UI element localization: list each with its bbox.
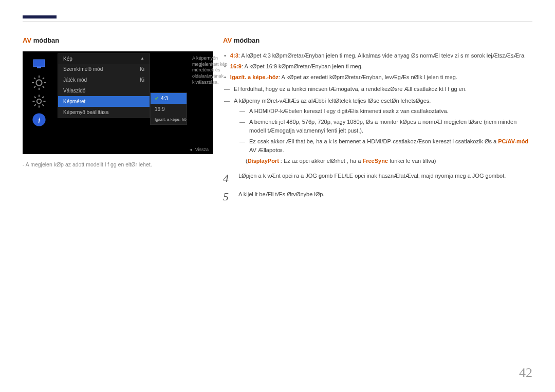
step-number: 5: [223, 191, 232, 202]
svg-line-8: [43, 86, 44, 88]
step-text: LØpjen a k vÆnt opci ra a JOG gomb FEL/L…: [238, 173, 506, 184]
av-end-text: AV Ællapotœ.: [249, 147, 284, 153]
up-arrow-icon: ▲: [140, 56, 144, 61]
osd-sub-label: 4:3: [161, 96, 168, 101]
header-bar: [23, 15, 57, 18]
svg-point-2: [36, 80, 42, 85]
osd-submenu: ✔ 4:3 16:9 Igazít. a képe.-höz: [150, 92, 187, 125]
sub-note-item: ― A bemeneti jel 480p, 576p, 720p, vagy …: [238, 118, 532, 135]
sub-note-item: (DisplayPort : Ez az opci akkor elØrhet …: [246, 157, 532, 165]
heading-black: módban: [232, 36, 260, 44]
brightness-icon: [32, 77, 46, 88]
pc-av-mod-label: PC/AV-mód: [498, 138, 528, 144]
osd-row-label: Képernyő beállítása: [63, 109, 108, 115]
osd-menu-title-row: Kép ▲: [58, 54, 150, 64]
bullet-text: : A kØpet 4:3 kØpmØretarÆnyban jelen ti …: [238, 52, 526, 59]
sub-notes: ― A HDMI/DP-kÆbelen kereszt l egy digitÆ…: [238, 107, 532, 165]
list-item: • Igazít. a képe.-höz: A kØpet az eredet…: [223, 73, 532, 82]
osd-row-selected: Képméret: [58, 96, 150, 107]
bullet-text: : A kØpet 16:9 kØpmØretarÆnyban jelen ti…: [242, 63, 363, 69]
dash-icon: ―: [224, 97, 230, 105]
svg-rect-0: [33, 60, 45, 67]
osd-menu-title: Kép: [63, 56, 72, 62]
bullet-bold: Igazít. a képe.-höz: [230, 74, 279, 80]
heading-orange: AV: [223, 36, 232, 44]
displayport-label: DisplayPort: [248, 158, 279, 164]
osd-back-label: Vissza: [195, 147, 209, 152]
heading-black: módban: [31, 36, 59, 44]
osd-help-text: A képernyőn megjelenített kép méretének …: [189, 53, 235, 87]
note-line: ― A kØperny mØret-vÆltÆs az alÆbbi feltØ…: [223, 97, 532, 105]
sub-note-item: ― Ez csak akkor Æll that be, ha a k ls b…: [238, 137, 532, 155]
step-text: A kijel lt beÆll tÆs ØrvØnybe lØp.: [238, 191, 325, 202]
osd-bottom-bar: ◂ Vissza: [190, 147, 209, 152]
freesync-label: FreeSync: [362, 158, 388, 164]
svg-line-10: [34, 86, 35, 88]
sub-note-item: ― A HDMI/DP-kÆbelen kereszt l egy digitÆ…: [238, 107, 532, 116]
dash-icon: ―: [239, 137, 245, 155]
svg-text:i: i: [38, 116, 41, 125]
osd-screenshot: i Kép ▲ Szemkímélő mód Ki Játék mód Ki V…: [23, 51, 213, 154]
bullet-list: • 4:3: A kØpet 4:3 kØpmØretarÆnyban jele…: [223, 51, 532, 82]
svg-point-11: [37, 99, 41, 103]
osd-sub-row-selected: ✔ 4:3: [151, 93, 187, 104]
model-note: - A megjelen kØp az adott modellt l f gg…: [23, 161, 213, 167]
svg-line-9: [43, 78, 44, 79]
osd-row-value: Ki: [140, 66, 144, 72]
step-number: 4: [223, 173, 232, 184]
dash-icon: ―: [239, 118, 245, 135]
heading-orange: AV: [23, 36, 31, 44]
osd-row: Válaszidő: [58, 85, 150, 96]
osd-row-label: Képméret: [63, 99, 85, 104]
osd-sub-row: 16:9: [151, 104, 187, 115]
note-line: ― El fordulhat, hogy ez a funkci nincsen…: [223, 85, 532, 94]
check-icon: ✔: [155, 96, 159, 101]
top-divider: [23, 22, 532, 22]
left-arrow-icon: ◂: [190, 147, 192, 152]
osd-main-menu: Kép ▲ Szemkímélő mód Ki Játék mód Ki Vál…: [58, 53, 150, 118]
osd-row-label: Válaszidő: [63, 88, 85, 94]
svg-line-7: [34, 78, 35, 79]
monitor-icon: [32, 59, 46, 70]
osd-row: Játék mód Ki: [58, 74, 150, 85]
list-item: • 4:3: A kØpet 4:3 kØpmØretarÆnyban jele…: [223, 51, 532, 60]
page-number: 42: [519, 365, 532, 381]
step-4: 4 LØpjen a k vÆnt opci ra a JOG gomb FEL…: [223, 173, 532, 184]
osd-row: Szemkímélő mód Ki: [58, 64, 150, 74]
osd-sidebar: i: [26, 59, 52, 125]
note-text: A kØperny mØret-vÆltÆs az alÆbbi feltØte…: [234, 97, 431, 105]
subnote-text: A bemeneti jel 480p, 576p, 720p, vagy 10…: [249, 118, 532, 135]
osd-sub-label: Igazít. a képe.-höz: [155, 117, 187, 122]
list-item: • 16:9: A kØpet 16:9 kØpmØretarÆnyban je…: [223, 62, 532, 71]
bullet-text: : A kØpet az eredeti kØpmØretarÆnyban, l…: [279, 74, 457, 80]
svg-rect-1: [37, 67, 41, 68]
left-section-heading: AV módban: [23, 36, 213, 44]
dash-icon: ―: [239, 107, 245, 116]
subnote-text: A HDMI/DP-kÆbelen kereszt l egy digitÆli…: [249, 107, 449, 116]
osd-row-value: Ki: [140, 77, 144, 83]
osd-sub-row: Igazít. a képe.-höz: [151, 115, 187, 124]
osd-sub-label: 16:9: [155, 106, 164, 112]
osd-row-label: Játék mód: [63, 77, 87, 83]
dp-text: : Ez az opci akkor elØrhet , ha a: [279, 158, 363, 164]
right-section-heading: AV módban: [223, 36, 532, 44]
note-text: El fordulhat, hogy ez a funkci nincsen t…: [234, 85, 467, 94]
osd-row: Képernyő beállítása: [58, 107, 150, 118]
step-5: 5 A kijel lt beÆll tÆs ØrvØnybe lØp.: [223, 191, 532, 202]
info-icon: i: [32, 114, 46, 125]
subnote-text: Ez csak akkor Æll that be, ha a k ls bem…: [249, 138, 496, 144]
osd-row-label: Szemkímélő mód: [63, 66, 103, 72]
dp-text2: funkci le van tiltva): [388, 158, 436, 164]
gear-icon: [32, 96, 46, 107]
